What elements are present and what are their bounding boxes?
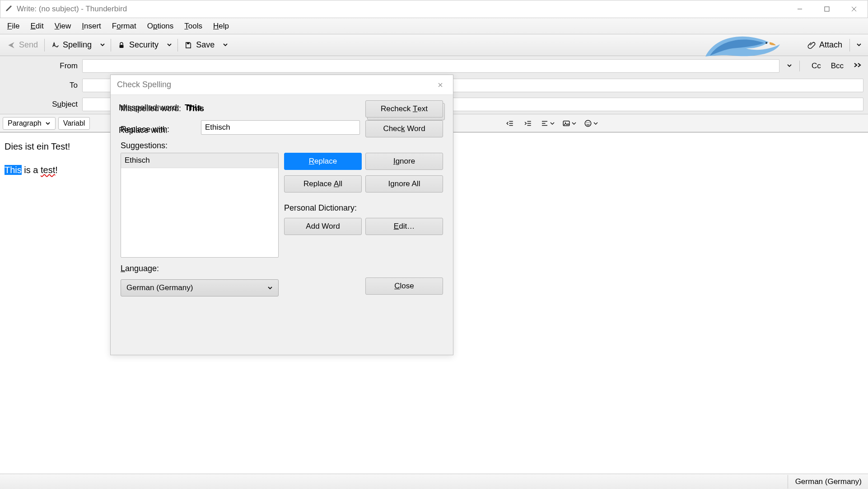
security-dropdown[interactable] [163, 38, 176, 52]
from-dropdown[interactable] [783, 59, 796, 73]
save-dropdown[interactable] [219, 38, 232, 52]
chevron-down-icon [267, 285, 273, 291]
language-label: Language: [121, 264, 159, 273]
chevron-down-icon [167, 42, 172, 47]
more-recipients-button[interactable] [854, 61, 863, 71]
svg-point-11 [588, 122, 589, 123]
thunderbird-logo [701, 33, 782, 56]
lock-icon [117, 41, 126, 49]
insert-image-button[interactable] [560, 117, 579, 130]
send-icon [7, 41, 15, 49]
svg-rect-5 [187, 42, 189, 44]
cc-button[interactable]: Cc [812, 61, 821, 71]
chevron-down-icon [223, 42, 228, 47]
separator [111, 39, 111, 52]
spelling-button[interactable]: Spelling [47, 38, 96, 52]
misspelled-value2: This [187, 104, 204, 113]
status-language[interactable]: German (Germany) [795, 477, 862, 486]
menu-help[interactable]: Help [209, 20, 233, 33]
save-button[interactable]: Save [180, 38, 219, 52]
svg-point-9 [585, 120, 591, 127]
misspelled-label2: Misspelled word: [121, 104, 181, 113]
misspelled-word: test [41, 165, 55, 175]
replace-with-input[interactable] [201, 120, 360, 135]
main-toolbar: Send Spelling Security Save Attach [0, 34, 868, 56]
align-button[interactable] [538, 117, 557, 130]
add-word-button[interactable]: Add Word [284, 218, 362, 235]
replace-all-button[interactable]: Replace All [284, 175, 362, 193]
paperclip-icon [807, 41, 816, 49]
image-icon [562, 119, 570, 127]
paragraph-style-select[interactable]: Paragraph [3, 117, 56, 130]
pencil-icon [5, 4, 13, 14]
emoji-button[interactable] [582, 117, 601, 130]
font-select[interactable]: Variabl [58, 117, 90, 130]
language-select[interactable]: German (Germany) [121, 279, 279, 296]
from-field[interactable] [82, 59, 779, 73]
minimize-button[interactable] [786, 0, 813, 18]
suggestions-label: Suggestions: [121, 141, 168, 150]
menu-format[interactable]: Format [107, 20, 141, 33]
maximize-button[interactable] [813, 0, 840, 18]
menu-edit[interactable]: Edit [26, 20, 48, 33]
replace-button[interactable]: Replace [284, 153, 362, 170]
edit-dictionary-button[interactable]: Edit… [365, 218, 443, 235]
menu-view[interactable]: View [50, 20, 76, 33]
chevron-down-icon [45, 121, 51, 126]
window-title: Write: (no subject) - Thunderbird [17, 5, 127, 14]
suggestions-list[interactable]: Ethisch [121, 153, 279, 258]
security-button[interactable]: Security [113, 38, 163, 52]
chevron-down-icon [571, 121, 577, 126]
menu-options[interactable]: Options [143, 20, 178, 33]
ignore-all-button[interactable]: Ignore All [365, 175, 443, 193]
save-icon [184, 41, 192, 49]
svg-point-6 [765, 42, 767, 44]
subject-label: Subject [2, 100, 78, 109]
chevron-down-icon [100, 42, 105, 47]
svg-point-10 [587, 122, 588, 123]
menu-tools[interactable]: Tools [180, 20, 207, 33]
outdent-button[interactable] [502, 117, 518, 130]
separator [177, 39, 178, 52]
chevron-down-icon [550, 121, 555, 126]
check-word-button[interactable]: Check Word [365, 120, 443, 137]
menu-insert[interactable]: Insert [77, 20, 106, 33]
selected-word: This [5, 165, 22, 175]
chevron-down-icon [593, 121, 598, 126]
personal-dictionary-label: Personal Dictionary: [284, 203, 357, 213]
menu-file[interactable]: FFile [3, 20, 24, 33]
close-icon [437, 82, 443, 88]
to-label: To [2, 81, 78, 90]
dialog-close-button[interactable] [434, 79, 447, 91]
indent-icon [524, 119, 532, 127]
align-icon [541, 119, 549, 127]
replace-with-label: Replace with: [121, 125, 169, 134]
separator [849, 39, 850, 52]
spelling-icon [51, 41, 59, 49]
check-spelling-dialog: Check Spelling Misspelled word: This Rec… [110, 75, 453, 355]
smiley-icon [584, 119, 592, 127]
svg-rect-4 [120, 45, 124, 48]
chevron-down-icon [856, 42, 862, 47]
separator [44, 39, 45, 52]
recheck-text-button[interactable]: Recheck Text [365, 100, 443, 118]
close-window-button[interactable] [840, 0, 868, 18]
close-button[interactable]: Close [365, 277, 443, 295]
send-button[interactable]: Send [3, 38, 42, 52]
menu-bar: FFile Edit View Insert Format Options To… [0, 18, 868, 34]
status-bar: German (Germany) [0, 474, 868, 489]
chevron-down-icon [787, 63, 792, 68]
dialog-title: Check Spelling [117, 80, 171, 89]
indent-button[interactable] [520, 117, 536, 130]
svg-rect-1 [825, 7, 829, 11]
suggestion-item[interactable]: Ethisch [121, 153, 278, 168]
attach-dropdown[interactable] [853, 38, 865, 52]
attach-button[interactable]: Attach [803, 38, 847, 52]
chevron-double-right-icon [854, 62, 863, 68]
from-label: From [2, 61, 78, 71]
outdent-icon [506, 119, 514, 127]
title-bar: Write: (no subject) - Thunderbird [0, 0, 868, 18]
ignore-button[interactable]: Ignore [365, 153, 443, 170]
spelling-dropdown[interactable] [96, 38, 109, 52]
bcc-button[interactable]: Bcc [831, 61, 844, 71]
